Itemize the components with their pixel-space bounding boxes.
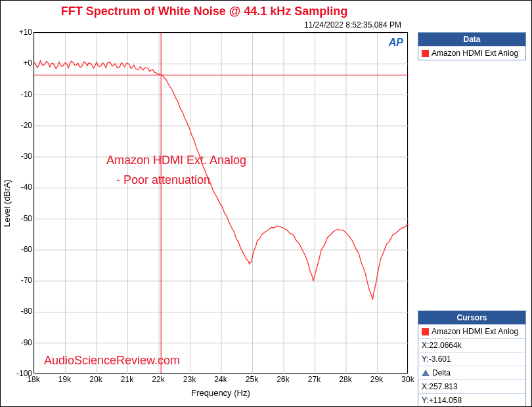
annotation-line1: Amazon HDMI Ext. Analog [106,154,246,167]
cursor-series-label: Amazon HDMI Ext Anlog [432,327,518,336]
delta-label: Delta [432,368,451,377]
cursor-x-row: X:22.0664k [418,338,525,352]
cursor-series-row[interactable]: Amazon HDMI Ext Anlog [418,324,525,338]
ap-logo-icon: AP [389,37,403,49]
x-axis-ticks: 18k19k20k21k22k23k24k25k26k27k28k29k30k [33,375,408,385]
chart-title: FFT Spectrum of White Noise @ 44.1 kHz S… [1,5,408,18]
plot-area: AP Amazon HDMI Ext. Analog - Poor attenu… [33,32,408,374]
timestamp: 11/24/2022 8:52:35.084 PM [1,20,408,30]
plot-svg: Amazon HDMI Ext. Analog - Poor attenuati… [34,33,409,374]
y-axis-label: Level (dBrA) [1,32,12,374]
legend-panel: Data Amazon HDMI Ext Anlog [418,32,526,60]
cursor-delta-x: X:257.813 [418,379,525,393]
legend-item[interactable]: Amazon HDMI Ext Anlog [418,46,525,60]
legend-series-label: Amazon HDMI Ext Anlog [432,49,518,58]
annotation-line2: - Poor attenuation [116,173,210,186]
delta-icon [422,370,430,376]
cursor-header: Cursors [418,311,525,324]
cursor-delta-y: Y:+114.058 [418,393,525,407]
legend-swatch-icon [422,50,429,57]
watermark-text: AudioScienceReview.com [44,354,180,367]
cursor-panel: Cursors Amazon HDMI Ext Anlog X:22.0664k… [418,311,526,407]
cursor-y-row: Y:-3.601 [418,352,525,366]
y-axis-ticks: +10+0-10-20-30-40-50-60-70-80-90-100 [14,32,32,374]
cursor-delta-row[interactable]: Delta [418,366,525,379]
cursor-swatch-icon [422,328,429,335]
x-axis-label: Frequency (Hz) [33,388,408,398]
legend-header: Data [418,33,525,46]
